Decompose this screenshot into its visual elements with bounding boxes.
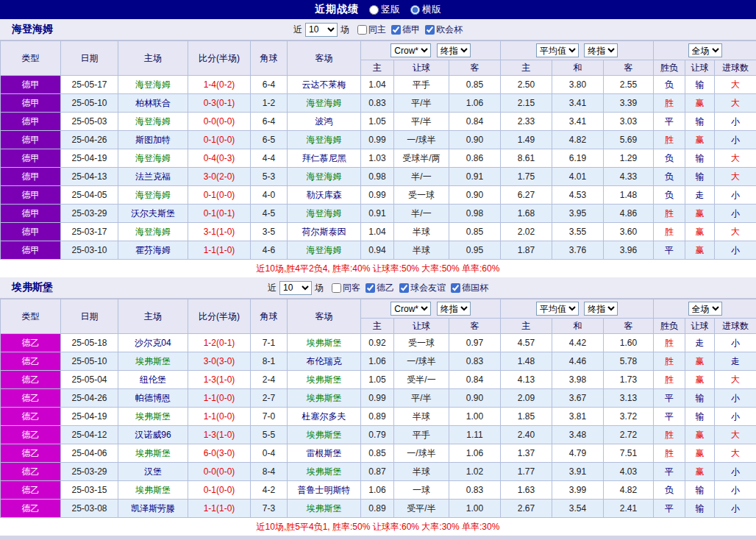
away-team[interactable]: 海登海姆	[288, 205, 361, 223]
home-team[interactable]: 海登海姆	[118, 76, 188, 94]
home-team[interactable]: 凯泽斯劳滕	[118, 500, 188, 518]
checkbox-label: 欧会杯	[436, 24, 463, 36]
handicap-result: 赢	[685, 371, 715, 389]
win-lose-result: 胜	[654, 371, 685, 389]
asia-home-odds: 0.94	[361, 241, 394, 260]
handicap-line: 受一球	[394, 334, 449, 352]
home-team[interactable]: 沃尔夫斯堡	[118, 205, 188, 223]
filter-checkbox[interactable]: 同客	[332, 282, 360, 294]
asia-odds-stage-select[interactable]: 终指	[437, 43, 471, 57]
home-team[interactable]: 埃弗斯堡	[118, 408, 188, 426]
home-team[interactable]: 海登海姆	[118, 149, 188, 168]
col-result: 胜负	[654, 60, 685, 76]
home-team[interactable]: 沙尔克04	[118, 334, 188, 352]
home-team[interactable]: 汉堡	[118, 463, 188, 481]
away-team[interactable]: 埃弗斯堡	[288, 334, 361, 352]
away-team[interactable]: 荷尔斯泰因	[288, 223, 361, 241]
away-team[interactable]: 埃弗斯堡	[288, 463, 361, 481]
league-filter-checkbox[interactable]	[391, 25, 401, 35]
result-scope-select[interactable]: 全场	[688, 43, 722, 57]
avg-draw-odds: 3.81	[552, 408, 604, 426]
home-team[interactable]: 纽伦堡	[118, 371, 188, 389]
home-team[interactable]: 汉诺威96	[118, 426, 188, 444]
vertical-layout-radio[interactable]	[369, 5, 379, 15]
away-team[interactable]: 埃弗斯堡	[288, 426, 361, 444]
filter-checkbox[interactable]: 德乙	[365, 282, 394, 294]
league-filter-checkbox[interactable]	[357, 25, 367, 35]
match-score: 0-0(0-0)	[188, 463, 251, 481]
goals-result: 小	[715, 334, 756, 352]
avg-home-odds: 2.09	[501, 389, 552, 408]
corner-count: 7-0	[251, 408, 288, 426]
odds-company-select[interactable]: Crow*	[391, 302, 431, 316]
league-filter-checkbox[interactable]	[425, 25, 435, 35]
handicap-result: 赢	[685, 223, 715, 241]
col-avg-draw: 和	[552, 319, 604, 334]
filter-bar: 近 10 场 同主德甲欧会杯	[293, 23, 463, 37]
away-team[interactable]: 杜塞尔多夫	[288, 408, 361, 426]
away-team[interactable]: 云达不莱梅	[288, 76, 361, 94]
result-scope-select[interactable]: 全场	[688, 302, 722, 316]
handicap-result: 输	[685, 389, 715, 408]
home-team[interactable]: 柏林联合	[118, 94, 188, 113]
home-team[interactable]: 帕德博恩	[118, 389, 188, 408]
avg-draw-odds: 3.54	[552, 500, 604, 518]
col-cover: 让球	[685, 319, 715, 334]
league-filter-checkbox[interactable]	[451, 283, 460, 293]
home-team[interactable]: 海登海姆	[118, 113, 188, 131]
europe-odds-stage-select[interactable]: 终指	[584, 302, 618, 316]
filter-checkbox[interactable]: 球会友谊	[399, 282, 446, 294]
home-team[interactable]: 埃弗斯堡	[118, 444, 188, 463]
win-lose-result: 负	[654, 186, 685, 205]
layout-option-vertical[interactable]: 竖版	[369, 3, 400, 16]
home-team[interactable]: 霍芬海姆	[118, 241, 188, 260]
win-lose-result: 负	[654, 168, 685, 186]
layout-option-horizontal[interactable]: 横版	[410, 3, 441, 16]
away-team[interactable]: 埃弗斯堡	[288, 500, 361, 518]
handicap-result: 输	[685, 113, 715, 131]
league-badge: 德甲	[1, 241, 61, 260]
horizontal-layout-radio[interactable]	[410, 5, 420, 15]
away-team[interactable]: 埃弗斯堡	[288, 371, 361, 389]
home-team[interactable]: 斯图加特	[118, 131, 188, 149]
home-team[interactable]: 埃弗斯堡	[118, 352, 188, 371]
europe-odds-source-select[interactable]: 平均值	[536, 302, 579, 316]
match-score: 1-1(0-0)	[188, 408, 251, 426]
away-team[interactable]: 雷根斯堡	[288, 444, 361, 463]
filter-checkbox[interactable]: 欧会杯	[425, 24, 463, 36]
checkbox-label: 同主	[368, 24, 386, 36]
league-filter-checkbox[interactable]	[399, 283, 409, 293]
away-team[interactable]: 海登海姆	[288, 241, 361, 260]
away-team[interactable]: 海登海姆	[288, 131, 361, 149]
league-filter-checkbox[interactable]	[365, 283, 375, 293]
europe-odds-source-select[interactable]: 平均值	[536, 43, 579, 57]
asia-home-odds: 0.98	[361, 168, 394, 186]
asia-home-odds: 0.99	[361, 131, 394, 149]
filter-checkbox[interactable]: 同主	[357, 24, 386, 36]
away-team[interactable]: 海登海姆	[288, 94, 361, 113]
home-team[interactable]: 法兰克福	[118, 168, 188, 186]
asia-odds-stage-select[interactable]: 终指	[437, 302, 471, 316]
filter-checkbox[interactable]: 德甲	[391, 24, 420, 36]
match-count-select[interactable]: 10	[305, 23, 338, 37]
away-team[interactable]: 布伦瑞克	[288, 352, 361, 371]
away-team[interactable]: 波鸿	[288, 113, 361, 131]
league-badge: 德乙	[1, 334, 61, 352]
away-team[interactable]: 埃弗斯堡	[288, 389, 361, 408]
filter-checkbox[interactable]: 德国杯	[451, 282, 488, 294]
away-team[interactable]: 普鲁士明斯特	[288, 481, 361, 500]
match-count-select[interactable]: 10	[279, 281, 312, 295]
home-team[interactable]: 海登海姆	[118, 186, 188, 205]
league-filter-checkbox[interactable]	[332, 283, 341, 293]
home-team[interactable]: 海登海姆	[118, 223, 188, 241]
win-lose-result: 胜	[654, 352, 685, 371]
home-team[interactable]: 埃弗斯堡	[118, 481, 188, 500]
away-team[interactable]: 拜仁慕尼黑	[288, 149, 361, 168]
away-team[interactable]: 海登海姆	[288, 168, 361, 186]
match-row: 德甲 25-04-26 斯图加特 0-1(0-0) 6-5 海登海姆 0.99 …	[1, 131, 756, 149]
europe-odds-stage-select[interactable]: 终指	[584, 43, 618, 57]
match-date: 25-05-18	[61, 334, 118, 352]
handicap-result: 赢	[685, 426, 715, 444]
odds-company-select[interactable]: Crow*	[391, 43, 431, 57]
away-team[interactable]: 勒沃库森	[288, 186, 361, 205]
